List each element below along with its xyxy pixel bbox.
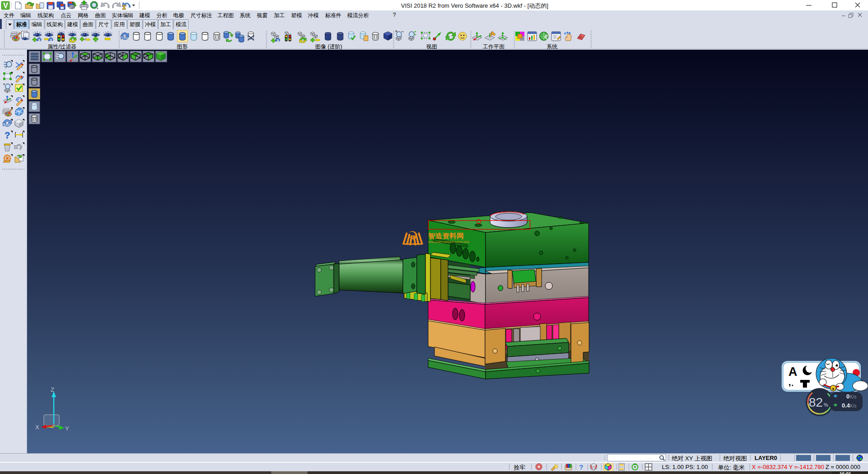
- svg-text:K/s: K/s: [850, 394, 856, 399]
- svg-text:0: 0: [846, 393, 849, 400]
- svg-text:INTELLIGENT MANUFACTURING DATA: INTELLIGENT MANUFACTURING DATA: [428, 241, 470, 243]
- svg-text:?: ?: [5, 130, 10, 140]
- svg-text:,: ,: [788, 377, 791, 387]
- svg-text:Y: Y: [65, 425, 69, 432]
- svg-text:%: %: [824, 402, 828, 408]
- svg-text:?: ?: [579, 463, 583, 471]
- svg-text:0.4: 0.4: [842, 402, 850, 409]
- svg-text:X: X: [35, 424, 39, 431]
- svg-text:Z: Z: [51, 386, 54, 393]
- svg-text:智造资料网: 智造资料网: [428, 232, 464, 240]
- svg-text:A: A: [788, 365, 797, 379]
- svg-text:K/s: K/s: [850, 403, 856, 408]
- svg-text:82: 82: [809, 395, 823, 409]
